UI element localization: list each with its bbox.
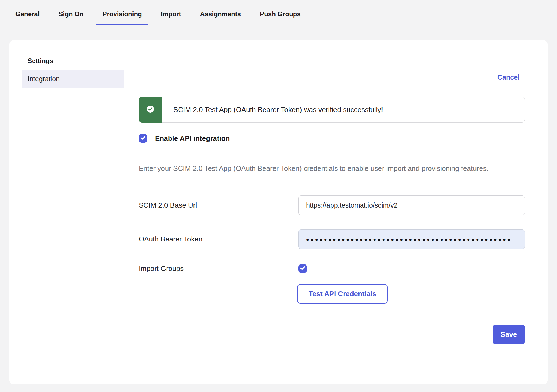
- app-tab-bar: General Sign On Provisioning Import Assi…: [0, 0, 557, 25]
- check-circle-icon: [145, 104, 156, 116]
- enable-api-row: Enable API integration: [139, 134, 525, 143]
- checkmark-icon: [140, 135, 146, 142]
- base-url-label: SCIM 2.0 Base Url: [139, 201, 298, 210]
- test-credentials-row: Test API Credentials: [139, 284, 525, 304]
- test-api-credentials-button[interactable]: Test API Credentials: [297, 284, 388, 304]
- tab-provisioning[interactable]: Provisioning: [96, 10, 148, 25]
- provisioning-card: Settings Integration Cancel SCIM 2.0 Tes…: [9, 40, 548, 384]
- base-url-input[interactable]: [298, 195, 525, 215]
- sidebar-heading: Settings: [28, 57, 124, 65]
- token-input[interactable]: [298, 229, 525, 249]
- credentials-description: Enter your SCIM 2.0 Test App (OAuth Bear…: [139, 162, 510, 175]
- cancel-link[interactable]: Cancel: [497, 73, 520, 81]
- import-groups-label: Import Groups: [139, 264, 298, 273]
- success-alert-message: SCIM 2.0 Test App (OAuth Bearer Token) w…: [162, 97, 525, 123]
- import-groups-checkbox[interactable]: [298, 264, 307, 273]
- success-alert: SCIM 2.0 Test App (OAuth Bearer Token) w…: [139, 97, 525, 123]
- success-icon-block: [139, 97, 162, 123]
- sidebar-item-integration[interactable]: Integration: [22, 70, 124, 88]
- import-groups-row: Import Groups: [139, 264, 525, 273]
- cancel-row: Cancel: [139, 73, 525, 81]
- base-url-row: SCIM 2.0 Base Url: [139, 195, 525, 215]
- save-row: Save: [139, 325, 525, 344]
- integration-panel: Cancel SCIM 2.0 Test App (OAuth Bearer T…: [124, 40, 548, 384]
- save-button[interactable]: Save: [493, 325, 525, 344]
- settings-sidebar: Settings Integration: [9, 40, 124, 384]
- enable-api-label: Enable API integration: [155, 134, 230, 143]
- tab-import[interactable]: Import: [155, 10, 187, 25]
- tab-push-groups[interactable]: Push Groups: [254, 10, 307, 25]
- tab-assignments[interactable]: Assignments: [194, 10, 247, 25]
- token-label: OAuth Bearer Token: [139, 235, 298, 243]
- sidebar-item-label: Integration: [28, 75, 60, 83]
- sidebar-divider: [124, 53, 124, 371]
- tab-sign-on[interactable]: Sign On: [53, 10, 89, 25]
- token-row: OAuth Bearer Token: [139, 229, 525, 249]
- tab-general[interactable]: General: [9, 10, 46, 25]
- checkmark-icon: [300, 265, 306, 272]
- enable-api-checkbox[interactable]: [139, 134, 147, 143]
